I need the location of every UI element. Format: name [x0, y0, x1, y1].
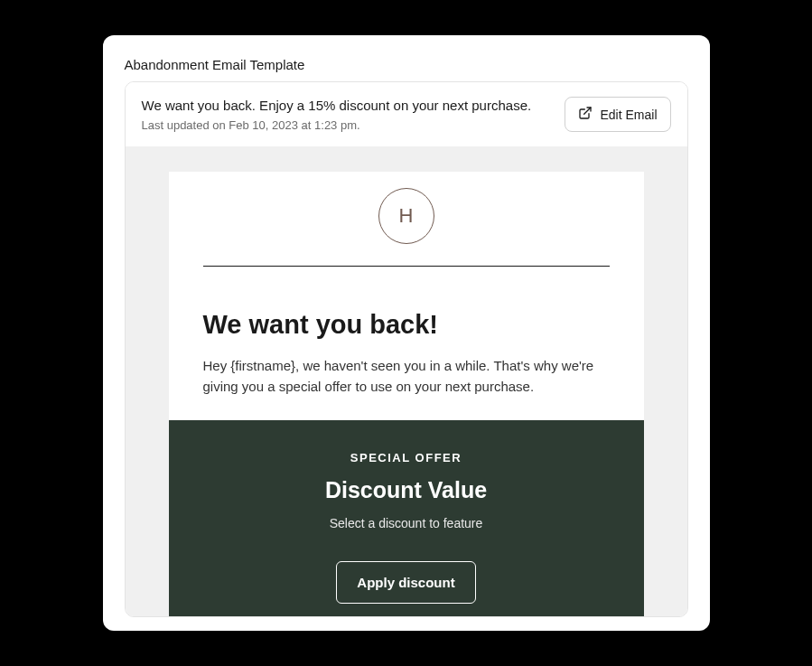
- last-updated: Last updated on Feb 10, 2023 at 1:23 pm.: [142, 118, 551, 132]
- edit-email-label: Edit Email: [600, 108, 657, 122]
- offer-label: SPECIAL OFFER: [191, 451, 622, 464]
- offer-hint: Select a discount to feature: [191, 516, 622, 530]
- template-card: We want you back. Enjoy a 15% discount o…: [125, 81, 688, 617]
- card-header: We want you back. Enjoy a 15% discount o…: [126, 82, 687, 146]
- apply-discount-button[interactable]: Apply discount: [336, 561, 475, 604]
- section-title: Abandonment Email Template: [125, 57, 688, 72]
- email-heading: We want you back!: [203, 310, 610, 340]
- email-mock: H We want you back! Hey {firstname}, we …: [169, 172, 644, 616]
- email-preview-area: H We want you back! Hey {firstname}, we …: [126, 146, 687, 616]
- offer-block: SPECIAL OFFER Discount Value Select a di…: [169, 420, 644, 617]
- divider: [203, 266, 610, 267]
- offer-value: Discount Value: [191, 477, 622, 503]
- logo-circle: H: [378, 188, 434, 244]
- email-body: We want you back! Hey {firstname}, we ha…: [169, 286, 644, 420]
- email-subject: We want you back. Enjoy a 15% discount o…: [142, 98, 551, 113]
- external-link-icon: [578, 106, 593, 123]
- card-header-text: We want you back. Enjoy a 15% discount o…: [142, 98, 551, 132]
- email-top: H: [169, 172, 644, 286]
- svg-line-0: [584, 108, 591, 114]
- edit-email-button[interactable]: Edit Email: [565, 97, 670, 132]
- email-body-text: Hey {firstname}, we haven't seen you in …: [203, 356, 610, 397]
- template-panel: Abandonment Email Template We want you b…: [103, 35, 710, 631]
